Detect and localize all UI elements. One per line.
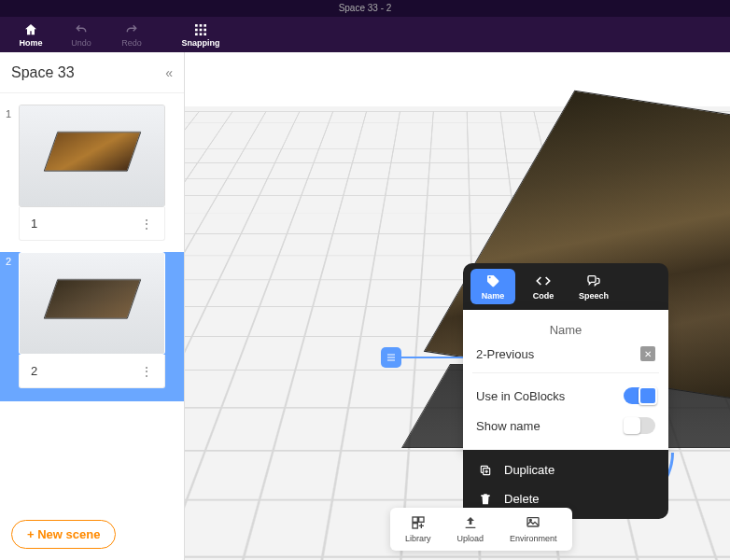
- selection-connector: [401, 357, 469, 358]
- tab-code[interactable]: Code: [521, 269, 566, 304]
- scene-bar: 1 ⋮: [19, 207, 165, 241]
- snapping-label: Snapping: [182, 38, 220, 48]
- delete-label: Delete: [504, 492, 540, 506]
- tab-name-label: Name: [482, 291, 505, 301]
- library-label: Library: [405, 534, 431, 543]
- sidebar: Space 33 « 1 1 ⋮ 2 2 ⋮: [0, 52, 185, 560]
- scene-label: 1: [31, 217, 37, 231]
- svg-rect-7: [200, 33, 203, 35]
- top-toolbar: Home Undo Redo Snapping: [0, 17, 730, 52]
- svg-rect-3: [195, 28, 198, 31]
- use-coblocks-toggle[interactable]: [624, 387, 655, 404]
- svg-rect-16: [418, 517, 423, 522]
- environment-button[interactable]: Environment: [497, 511, 570, 547]
- duplicate-icon: [478, 464, 493, 477]
- svg-point-19: [530, 519, 532, 521]
- context-tabs: Name Code Speech: [463, 263, 668, 310]
- environment-label: Environment: [510, 534, 557, 543]
- upload-button[interactable]: Upload: [444, 511, 498, 547]
- collapse-button[interactable]: «: [165, 65, 173, 80]
- library-button[interactable]: Library: [392, 511, 444, 547]
- home-button[interactable]: Home: [6, 17, 56, 52]
- code-icon: [536, 273, 551, 289]
- scene-list: 1 1 ⋮ 2 2 ⋮: [0, 93, 184, 509]
- redo-label: Redo: [121, 38, 142, 48]
- svg-rect-0: [195, 24, 198, 27]
- scene-item-2[interactable]: 2 2 ⋮: [0, 252, 184, 401]
- scene-item-1[interactable]: 1 1 ⋮: [0, 105, 184, 241]
- svg-rect-2: [204, 24, 206, 27]
- undo-label: Undo: [71, 38, 91, 48]
- show-name-label: Show name: [476, 419, 540, 433]
- snapping-button[interactable]: Snapping: [175, 17, 226, 52]
- trash-icon: [478, 493, 493, 506]
- upload-icon: [463, 515, 478, 532]
- scene-label: 2: [31, 364, 37, 378]
- panel-title: Name: [463, 319, 668, 346]
- environment-icon: [526, 515, 540, 532]
- svg-rect-8: [204, 33, 206, 35]
- speech-icon: [586, 273, 601, 289]
- svg-rect-6: [195, 33, 198, 35]
- grid-icon: [193, 22, 208, 37]
- svg-rect-4: [200, 28, 203, 31]
- viewport[interactable]: Name Code Speech Name 2-Previous ✕: [185, 52, 730, 560]
- sidebar-header: Space 33 «: [0, 52, 184, 93]
- scene-more-icon[interactable]: ⋮: [140, 217, 153, 231]
- undo-button[interactable]: Undo: [56, 17, 106, 52]
- name-panel: Name 2-Previous ✕ Use in CoBlocks Show n…: [463, 310, 668, 450]
- svg-rect-17: [413, 524, 417, 528]
- svg-rect-15: [413, 517, 417, 522]
- tab-code-label: Code: [533, 291, 555, 301]
- duplicate-button[interactable]: Duplicate: [463, 455, 668, 484]
- show-name-toggle[interactable]: [624, 417, 655, 434]
- svg-rect-1: [200, 24, 203, 27]
- clear-name-button[interactable]: ✕: [640, 346, 655, 361]
- tab-name[interactable]: Name: [470, 269, 515, 304]
- use-coblocks-label: Use in CoBlocks: [476, 389, 565, 403]
- tab-speech[interactable]: Speech: [571, 269, 616, 304]
- name-field[interactable]: 2-Previous: [476, 347, 534, 361]
- home-icon: [23, 22, 38, 37]
- scene-bar: 2 ⋮: [19, 355, 165, 388]
- scene-thumbnail[interactable]: [19, 252, 165, 355]
- window-title: Space 33 - 2: [0, 0, 730, 17]
- redo-button[interactable]: Redo: [106, 17, 157, 52]
- upload-label: Upload: [457, 534, 484, 543]
- bottom-toolbar: Library Upload Environment: [390, 508, 572, 551]
- svg-rect-5: [204, 28, 206, 31]
- scene-index: 1: [6, 108, 11, 119]
- context-panel: Name Code Speech Name 2-Previous ✕: [463, 263, 668, 519]
- duplicate-label: Duplicate: [504, 463, 555, 477]
- scene-more-icon[interactable]: ⋮: [140, 365, 153, 378]
- scene-thumbnail[interactable]: [19, 105, 165, 207]
- selection-handle[interactable]: [381, 347, 401, 368]
- redo-icon: [125, 22, 138, 37]
- tag-icon: [485, 273, 500, 289]
- undo-icon: [75, 22, 88, 37]
- new-scene-button[interactable]: + New scene: [11, 520, 116, 549]
- scene-index: 2: [6, 256, 11, 267]
- library-icon: [411, 515, 426, 532]
- sidebar-title: Space 33: [11, 64, 75, 81]
- home-label: Home: [19, 38, 42, 48]
- tab-speech-label: Speech: [579, 291, 609, 301]
